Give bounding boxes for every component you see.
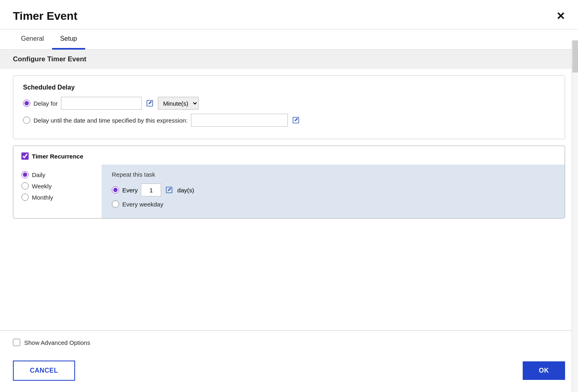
tab-general[interactable]: General [13, 29, 52, 50]
weekly-row: Weekly [21, 182, 94, 190]
advanced-row: Show Advanced Options [13, 339, 90, 346]
recurrence-title: Timer Recurrence [32, 153, 83, 160]
delay-for-row: Delay for Minute(s) Hour(s) Day(s) [23, 97, 555, 110]
delay-until-row: Delay until the date and time specified … [23, 114, 555, 127]
delay-for-edit-icon[interactable] [145, 98, 155, 108]
recurrence-left: Daily Weekly Monthly [13, 165, 102, 218]
delay-until-input[interactable] [191, 114, 288, 127]
scheduled-delay-title: Scheduled Delay [23, 84, 555, 91]
every-days-row: Every day(s) [112, 183, 555, 196]
delay-for-input[interactable] [61, 97, 142, 110]
every-edit-icon[interactable] [164, 185, 174, 195]
every-weekday-row: Every weekday [112, 200, 555, 208]
close-button[interactable]: ✕ [556, 11, 565, 21]
every-weekday-label: Every weekday [122, 201, 163, 208]
monthly-label: Monthly [32, 194, 53, 201]
delay-for-label: Delay for [34, 100, 58, 107]
delay-until-label: Delay until the date and time specified … [34, 117, 188, 124]
monthly-row: Monthly [21, 194, 94, 201]
bottom-left: Show Advanced Options [13, 339, 90, 346]
recurrence-checkbox[interactable] [21, 152, 29, 160]
weekly-label: Weekly [32, 183, 52, 190]
daily-label: Daily [32, 171, 45, 178]
advanced-checkbox[interactable] [13, 339, 20, 346]
monthly-radio[interactable] [21, 194, 29, 201]
delay-until-edit-icon[interactable] [291, 115, 301, 125]
section-header: Configure Timer Event [0, 50, 578, 69]
every-days-radio[interactable] [112, 186, 119, 194]
dialog-title: Timer Event [13, 10, 77, 23]
timer-recurrence-card: Timer Recurrence Daily Weekly [13, 146, 565, 219]
delay-for-radio[interactable] [23, 100, 30, 107]
weekly-radio[interactable] [21, 182, 29, 190]
tabs-bar: General Setup [0, 29, 578, 50]
bottom-bar: Show Advanced Options [0, 330, 578, 354]
minutes-select[interactable]: Minute(s) Hour(s) Day(s) [158, 97, 199, 110]
tab-setup[interactable]: Setup [52, 29, 85, 50]
scheduled-delay-card: Scheduled Delay Delay for Minute(s) Hour… [13, 75, 565, 139]
recurrence-inner: Daily Weekly Monthly Repeat this task [13, 165, 565, 218]
recurrence-header-row: Timer Recurrence [13, 146, 565, 160]
ok-button[interactable]: OK [523, 361, 565, 380]
action-buttons-row: CANCEL OK [0, 354, 578, 392]
every-label: Every [122, 187, 138, 194]
recurrence-right: Repeat this task Every day(s) [102, 165, 565, 218]
timer-event-dialog: Timer Event ✕ General Setup Configure Ti… [0, 0, 578, 392]
advanced-label: Show Advanced Options [24, 339, 90, 346]
days-label: day(s) [177, 187, 194, 194]
content-area: Configure Timer Event Scheduled Delay De… [0, 50, 578, 330]
repeat-title: Repeat this task [112, 171, 555, 178]
daily-radio[interactable] [21, 171, 29, 178]
dialog-header: Timer Event ✕ [0, 0, 578, 29]
every-input[interactable] [141, 183, 161, 196]
recurrence-checkbox-row: Timer Recurrence [21, 152, 557, 160]
delay-until-radio[interactable] [23, 117, 30, 124]
cancel-button[interactable]: CANCEL [13, 361, 75, 381]
scrollbar-track [572, 40, 578, 392]
scrollbar-thumb[interactable] [572, 40, 578, 73]
every-weekday-radio[interactable] [112, 200, 119, 208]
daily-row: Daily [21, 171, 94, 178]
